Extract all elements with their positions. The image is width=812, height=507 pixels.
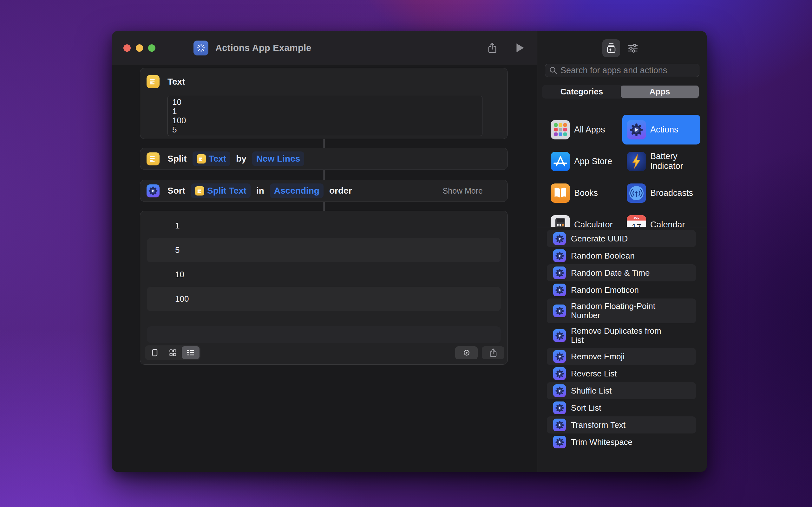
action-list-item[interactable]: Shuffle List [547,382,696,399]
action-list-item[interactable]: Remove Duplicates from List [547,323,696,348]
action-list-item[interactable]: Random Emoticon [547,281,696,298]
actions-app-icon [147,184,159,198]
split-preposition: by [236,154,247,164]
action-library-sidebar: Categories Apps All [537,31,707,472]
app-cell-actions[interactable]: Actions [622,115,700,145]
actions-app-icon [553,436,566,448]
action-list-item[interactable]: Generate UUID [547,230,696,247]
text-line: 1 [172,107,478,116]
action-list-item[interactable]: Remove Emoji [547,348,696,365]
text-line: 100 [172,116,478,125]
search-icon [549,66,557,74]
window-title: Actions App Example [215,43,311,53]
actions-app-icon [553,350,566,363]
all-apps-icon [551,120,570,139]
result-row[interactable]: 1 [147,214,501,238]
action-list-item[interactable]: Random Boolean [547,247,696,264]
library-box-sparkle-icon [606,43,617,54]
broadcasts-icon [627,183,646,203]
single-view-button[interactable] [146,346,164,359]
tab-apps[interactable]: Apps [621,86,699,98]
actions-app-icon [553,249,566,262]
actions-app-icon [553,401,566,414]
sort-input-token[interactable]: Split Text [191,183,251,198]
action-label: Generate UUID [571,234,628,243]
app-cell-app-store[interactable]: App Store [544,146,622,177]
play-icon [516,43,524,53]
text-action-icon [147,75,159,88]
split-separator-token[interactable]: New Lines [252,152,304,166]
search-input[interactable] [560,66,695,75]
actions-app-icon [553,267,566,279]
actions-app-icon [627,120,646,139]
minimize-button[interactable] [136,44,143,52]
action-label: Random Date & Time [571,268,650,278]
app-cell-calculator[interactable]: Calculator [544,209,622,227]
actions-app-icon [553,367,566,380]
show-more-button[interactable]: Show More [443,186,483,195]
text-action-card[interactable]: Text 10 1 100 5 [140,68,508,139]
share-button[interactable] [487,42,498,54]
app-cell-all-apps[interactable]: All Apps [544,114,622,146]
search-field[interactable] [545,64,699,77]
eye-icon [462,349,471,356]
calendar-icon: JUL 17 [627,215,646,228]
result-list-card: 1 5 10 100 [140,211,508,365]
text-action-icon [147,153,159,165]
app-store-icon [551,152,570,171]
text-input-area[interactable]: 10 1 100 5 [167,96,483,136]
action-list-item[interactable]: Reverse List [547,365,696,382]
books-icon [551,183,570,203]
grid-view-button[interactable] [164,346,182,359]
share-icon [489,348,498,357]
run-shortcut-button[interactable] [516,43,524,53]
library-tabs: Categories Apps [542,85,699,99]
result-row[interactable]: 10 [147,262,501,287]
app-label: Calculator [574,220,613,228]
action-list-item[interactable]: Trim Whitespace [547,434,696,451]
close-button[interactable] [123,44,131,52]
sort-action-card[interactable]: Sort Split Text in Ascending order Sh [140,180,508,202]
action-label: Random Floating-Point Number [571,302,666,320]
settings-sliders-button[interactable] [624,39,642,57]
zoom-button[interactable] [148,44,155,52]
text-line: 10 [172,98,478,107]
app-label: Calendar [650,220,685,228]
desktop-wallpaper: Actions App Example [0,0,812,507]
app-grid: All Apps Actions [537,105,707,227]
split-text-action-card[interactable]: Split Text by New Lines [140,148,508,170]
single-view-icon [152,349,158,356]
action-list-item[interactable]: Sort List [547,399,696,416]
action-label: Trim Whitespace [571,438,632,447]
view-mode-segmented-control [145,345,200,360]
result-row[interactable]: 100 [147,287,501,311]
action-label: Random Emoticon [571,285,639,295]
action-label: Sort List [571,403,601,412]
actions-app-icon [553,329,566,342]
calculator-icon [551,215,570,228]
action-list-item[interactable]: Random Floating-Point Number [547,298,696,323]
sort-verb: Sort [167,186,185,196]
sort-order-token[interactable]: Ascending [270,183,323,198]
tab-categories[interactable]: Categories [543,86,621,98]
app-cell-books[interactable]: Books [544,177,622,209]
app-label: Broadcasts [650,188,693,198]
actions-app-icon [553,284,566,296]
share-result-button[interactable] [482,346,504,359]
app-cell-broadcasts[interactable]: Broadcasts [622,177,700,209]
action-library-toggle-button[interactable] [602,39,620,57]
app-label: All Apps [574,125,605,135]
app-cell-calendar[interactable]: JUL 17 Calendar [622,209,700,227]
list-view-button[interactable] [182,346,200,359]
actions-app-icon [553,304,566,317]
token-label: Text [209,154,226,164]
split-input-token[interactable]: Text [193,152,231,166]
actions-app-icon [553,232,566,245]
app-cell-battery-indicator[interactable]: Battery Indicator [622,146,700,177]
action-list-item[interactable]: Transform Text [547,416,696,434]
result-row[interactable]: 5 [147,238,501,262]
spinner-burst-icon [196,43,206,53]
action-list-item[interactable]: Random Date & Time [547,264,696,281]
quick-look-button[interactable] [455,346,478,359]
text-action-title: Text [167,77,185,87]
